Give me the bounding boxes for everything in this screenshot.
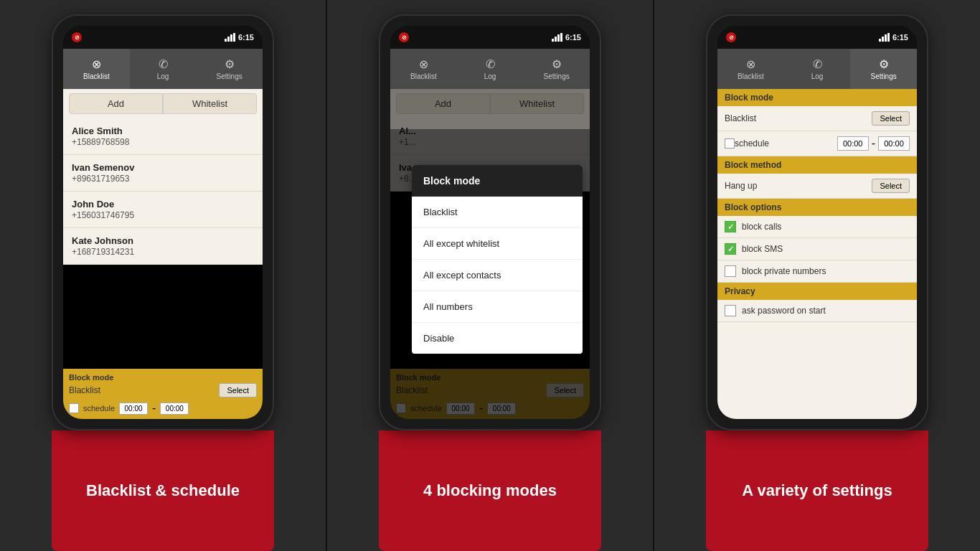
- popup-item-all-numbers[interactable]: All numbers: [412, 291, 583, 323]
- caption-text-2: 4 blocking modes: [423, 481, 557, 500]
- tab-blacklist-1[interactable]: ⊗ Blacklist: [63, 49, 130, 89]
- phone-section-3: ⊘ 6:15 ⊗: [654, 0, 980, 551]
- schedule-time1-3[interactable]: [837, 136, 869, 151]
- select-button-1[interactable]: Select: [219, 383, 257, 397]
- block-mode-popup-2: Block mode Blacklist All except whitelis…: [412, 165, 583, 354]
- popup-header-2: Block mode: [412, 165, 583, 197]
- block-mode-select-btn[interactable]: Select: [872, 111, 910, 126]
- phone-section-2: ⊘ 6:15 ⊗: [327, 0, 653, 551]
- settings-row-password: ask password on start: [717, 300, 917, 322]
- schedule-label-1: schedule: [83, 404, 115, 413]
- caption-3: A variety of settings: [706, 430, 928, 551]
- list-buttons-2: Add Whitelist: [390, 89, 590, 118]
- phone-frame-2: ⊘ 6:15 ⊗: [379, 14, 601, 430]
- schedule-checkbox-3[interactable]: [725, 138, 735, 149]
- settings-icon-2: ⚙: [552, 57, 562, 71]
- block-calls-label: block calls: [742, 222, 781, 232]
- phone-inner-2: ⊘ 6:15 ⊗: [390, 26, 590, 419]
- block-method-current: Hang up: [725, 181, 757, 191]
- tab-blacklist-label-1: Blacklist: [83, 72, 110, 80]
- tab-log-label-2: Log: [484, 72, 496, 80]
- screen-content-1: Add Whitelist Alice Smith +15889768598 I…: [63, 89, 263, 419]
- tab-settings-3[interactable]: ⚙ Settings: [850, 49, 917, 89]
- status-bar-2: ⊘ 6:15: [390, 26, 590, 49]
- tab-log-label-1: Log: [157, 72, 169, 80]
- contact-name-1-3: Kate Johnson: [72, 235, 254, 246]
- settings-row-blacklist: Blacklist Select: [717, 106, 917, 131]
- no-entry-icon-3: ⊘: [726, 32, 736, 42]
- block-method-select-btn[interactable]: Select: [872, 179, 910, 193]
- schedule-inputs-3: -: [837, 136, 910, 151]
- contact-number-1-3: +168719314231: [72, 247, 254, 257]
- tab-log-2[interactable]: ✆ Log: [457, 49, 524, 89]
- caption-text-1: Blacklist & schedule: [86, 481, 240, 500]
- schedule-time1-1[interactable]: [119, 402, 148, 415]
- status-bar-right-3: 6:15: [879, 33, 908, 42]
- schedule-time2-1[interactable]: [160, 402, 189, 415]
- settings-row-block-calls: ✓ block calls: [717, 216, 917, 238]
- tab-settings-label-1: Settings: [217, 72, 242, 80]
- time-display-3: 6:15: [892, 33, 908, 42]
- time-display-1: 6:15: [238, 33, 254, 42]
- tab-blacklist-label-3: Blacklist: [738, 72, 764, 80]
- popup-item-all-except-contacts[interactable]: All except contacts: [412, 260, 583, 291]
- whitelist-button-2: Whitelist: [490, 93, 584, 114]
- contact-name-1-2: John Doe: [72, 199, 254, 209]
- block-mode-current: Blacklist: [725, 113, 756, 123]
- schedule-time2-3[interactable]: [878, 136, 910, 151]
- signal-icon-1: [225, 33, 235, 42]
- action-bar-2: ⊗ Blacklist ✆ Log ⚙ Settings: [390, 49, 590, 89]
- settings-row-schedule-left: schedule: [725, 138, 769, 149]
- settings-row-block-sms-left: ✓ block SMS: [725, 243, 783, 255]
- settings-row-schedule: schedule -: [717, 131, 917, 156]
- blacklist-icon-1: ⊗: [92, 57, 101, 71]
- block-mode-label-1: Block mode: [69, 373, 257, 382]
- block-mode-row-1: Blacklist Select: [69, 383, 257, 397]
- tab-log-3[interactable]: ✆ Log: [784, 49, 851, 89]
- action-bar-1: ⊗ Blacklist ✆ Log ⚙ Settings: [63, 49, 263, 89]
- whitelist-button-1[interactable]: Whitelist: [163, 93, 257, 114]
- block-calls-checkbox[interactable]: ✓: [725, 221, 736, 232]
- no-entry-icon-1: ⊘: [72, 32, 82, 42]
- contact-name-1-0: Alice Smith: [72, 126, 254, 136]
- settings-screen-3: Block mode Blacklist Select schedule -: [717, 89, 917, 419]
- signal-icon-2: [552, 33, 562, 42]
- tab-blacklist-2[interactable]: ⊗ Blacklist: [390, 49, 457, 89]
- popup-item-disable[interactable]: Disable: [412, 323, 583, 354]
- status-bar-right-1: 6:15: [225, 33, 254, 42]
- tab-log-label-3: Log: [811, 72, 824, 80]
- phone-section-1: ⊘ 6:15 ⊗: [0, 0, 326, 551]
- contact-list-1: Alice Smith +15889768598 Ivan Semenov +8…: [63, 118, 263, 369]
- contact-number-1-0: +15889768598: [72, 137, 254, 147]
- tab-settings-2[interactable]: ⚙ Settings: [523, 49, 590, 89]
- contact-item-1-1: Ivan Semenov +89631719653: [63, 155, 263, 192]
- settings-row-password-left: ask password on start: [725, 305, 826, 316]
- contact-item-1-2: John Doe +156031746795: [63, 192, 263, 228]
- settings-icon-3: ⚙: [879, 57, 889, 71]
- block-sms-checkbox[interactable]: ✓: [725, 243, 736, 255]
- log-icon-1: ✆: [159, 57, 168, 71]
- log-icon-2: ✆: [486, 57, 495, 71]
- time-dash-3: -: [872, 137, 875, 150]
- phone-inner-3: ⊘ 6:15 ⊗: [717, 26, 917, 419]
- tab-log-1[interactable]: ✆ Log: [130, 49, 197, 89]
- schedule-checkbox-1[interactable]: [69, 403, 79, 413]
- tab-settings-1[interactable]: ⚙ Settings: [196, 49, 263, 89]
- tab-settings-label-2: Settings: [544, 72, 570, 80]
- status-bar-right-2: 6:15: [552, 33, 581, 42]
- schedule-label-3: schedule: [735, 138, 769, 149]
- popup-item-all-except-whitelist[interactable]: All except whitelist: [412, 228, 583, 260]
- contact-item-1-3: Kate Johnson +168719314231: [63, 228, 263, 265]
- settings-row-block-private-left: block private numbers: [725, 265, 826, 277]
- password-checkbox[interactable]: [725, 305, 736, 316]
- log-icon-3: ✆: [813, 57, 822, 71]
- add-button-1[interactable]: Add: [69, 93, 163, 114]
- caption-text-3: A variety of settings: [742, 481, 892, 500]
- contact-name-1-1: Ivan Semenov: [72, 162, 254, 173]
- block-private-checkbox[interactable]: [725, 265, 736, 277]
- phone-frame-1: ⊘ 6:15 ⊗: [52, 14, 274, 430]
- settings-section-block-mode: Block mode: [717, 89, 917, 106]
- popup-item-blacklist[interactable]: Blacklist: [412, 197, 583, 228]
- time-display-2: 6:15: [565, 33, 581, 42]
- tab-blacklist-3[interactable]: ⊗ Blacklist: [717, 49, 784, 89]
